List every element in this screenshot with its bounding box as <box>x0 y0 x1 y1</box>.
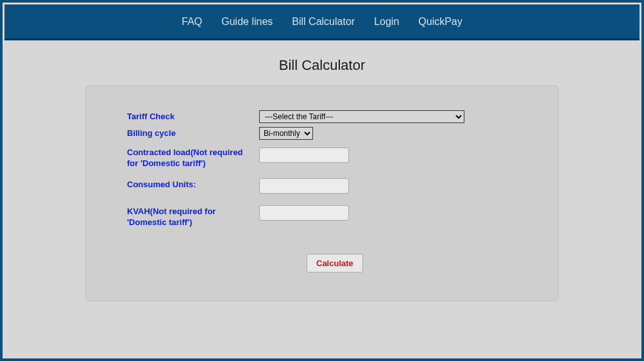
contracted-load-input[interactable] <box>259 147 349 163</box>
label-consumed-units: Consumed Units: <box>86 178 253 190</box>
nav-quickpay[interactable]: QuickPay <box>418 16 462 28</box>
nav-login[interactable]: Login <box>374 16 399 28</box>
form-panel: Tariff Check ---Select the Tariff--- Bil… <box>85 85 559 301</box>
billing-cycle-select[interactable]: Bi-monthly <box>259 127 313 140</box>
label-billing-cycle: Billing cycle <box>86 127 253 139</box>
page-title: Bill Calculator <box>4 57 640 74</box>
consumed-units-input[interactable] <box>259 178 349 194</box>
top-nav: FAQ Guide lines Bill Calculator Login Qu… <box>4 4 640 40</box>
nav-guidelines[interactable]: Guide lines <box>221 16 273 28</box>
calculate-button[interactable]: Calculate <box>307 254 363 273</box>
label-kvah: KVAH(Not required for 'Domestic tariff') <box>86 205 253 228</box>
nav-faq[interactable]: FAQ <box>182 16 202 28</box>
kvah-input[interactable] <box>259 205 349 221</box>
nav-bill-calculator[interactable]: Bill Calculator <box>292 16 355 28</box>
label-contracted-load: Contracted load(Not required for 'Domest… <box>86 147 253 169</box>
label-tariff-check: Tariff Check <box>86 110 253 122</box>
tariff-select[interactable]: ---Select the Tariff--- <box>259 110 464 123</box>
